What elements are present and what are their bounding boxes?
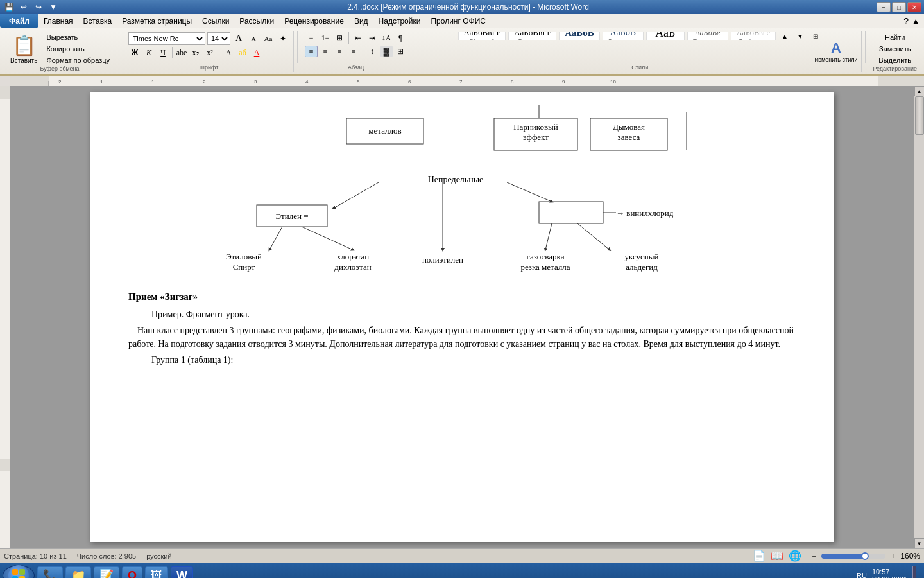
numbering-button[interactable]: 1≡ [319, 32, 332, 44]
increase-indent-button[interactable]: ⇥ [366, 32, 379, 44]
minimize-button[interactable]: − [877, 2, 891, 12]
show-desktop-button[interactable] [912, 566, 916, 578]
bold-button[interactable]: Ж [128, 47, 141, 58]
font-name-select[interactable]: Times New Rc [128, 32, 205, 45]
left-ruler [0, 86, 10, 548]
taskbar-opera[interactable]: O [122, 566, 142, 578]
copy-button[interactable]: Копировать [43, 44, 113, 54]
styles-list: АаБбВвГг Обычный АаБбВвГг Без инте... Аа… [458, 32, 822, 40]
window-controls[interactable]: − □ ✕ [877, 2, 921, 12]
find-button[interactable]: Найти [875, 32, 914, 42]
taskbar-viber[interactable]: 📞 [37, 566, 63, 578]
menu-insert[interactable]: Вставка [78, 14, 117, 28]
save-icon[interactable]: 💾 [3, 1, 15, 13]
editing-group: Найти Заменить Выделить Редактирование [869, 31, 921, 72]
redo-icon[interactable]: ↪ [32, 1, 45, 13]
align-center-button[interactable]: ≡ [319, 46, 332, 57]
underline-button[interactable]: Ч [157, 47, 169, 58]
scroll-up-button[interactable]: ▲ [914, 86, 925, 96]
styles-more[interactable]: ⊞ [809, 32, 822, 40]
italic-button[interactable]: К [142, 47, 155, 58]
styles-scroll-down[interactable]: ▼ [794, 32, 807, 40]
style-no-spacing[interactable]: АаБбВвГг Без инте... [508, 32, 556, 40]
menu-view[interactable]: Вид [349, 14, 373, 28]
cut-button[interactable]: Вырезать [43, 32, 113, 42]
taskbar-notepad[interactable]: 📝 [94, 566, 119, 578]
svg-text:6: 6 [408, 79, 411, 85]
menu-references[interactable]: Ссылки [197, 14, 234, 28]
taskbar-date: 22.06.2021 [872, 575, 907, 578]
zoom-out-icon[interactable]: − [812, 552, 816, 561]
zoom-in-icon[interactable]: + [891, 552, 895, 561]
show-marks-button[interactable]: ¶ [394, 32, 407, 44]
scroll-thumb[interactable] [915, 96, 924, 135]
svg-text:Этиловый: Этиловый [226, 252, 262, 261]
svg-line-34 [507, 182, 552, 202]
layout-web-icon[interactable]: 🌐 [789, 550, 801, 562]
change-styles-button[interactable]: A Изменить стили [814, 40, 857, 63]
align-right-button[interactable]: ≡ [333, 46, 346, 57]
menu-prooling[interactable]: Пролинг ОФИС [425, 14, 491, 28]
start-button[interactable] [3, 565, 35, 578]
font-shrink-button[interactable]: A [247, 33, 260, 44]
style-heading2[interactable]: АаБбВ Заголово... [603, 32, 644, 40]
taskbar-folder[interactable]: 📁 [65, 566, 91, 578]
minimize-ribbon-icon[interactable]: ▲ [911, 16, 920, 26]
strikethrough-button[interactable]: abe [175, 47, 188, 58]
help-icon[interactable]: ? [903, 16, 909, 26]
vertical-scrollbar[interactable]: ▲ ▼ [914, 86, 924, 548]
style-subtle[interactable]: АаБбВвГе Слабое в... [731, 32, 776, 40]
quick-access-toolbar[interactable]: 💾 ↩ ↪ ▼ [3, 1, 60, 13]
close-button[interactable]: ✕ [907, 2, 921, 12]
taskbar-language[interactable]: RU [857, 572, 867, 578]
zigzag-paragraph2: Группа 1 (таблица 1): [128, 353, 796, 367]
svg-rect-17 [0, 86, 10, 99]
font-color-button[interactable]: А [250, 47, 263, 58]
menu-review[interactable]: Рецензирование [279, 14, 349, 28]
text-effects-button[interactable]: A [222, 47, 235, 58]
paste-button[interactable]: 📋 Вставить [6, 33, 41, 66]
select-button[interactable]: Выделить [875, 55, 914, 66]
decrease-indent-button[interactable]: ⇤ [352, 32, 364, 44]
taskbar-word[interactable]: W [171, 566, 193, 578]
font-size-select[interactable]: 14 [207, 32, 230, 45]
sort-button[interactable]: ↕A [380, 32, 393, 44]
justify-button[interactable]: ≡ [347, 46, 360, 57]
text-highlight-button[interactable]: аб [236, 47, 249, 58]
bullets-button[interactable]: ≡ [305, 32, 318, 44]
change-case-button[interactable]: Aa [262, 33, 275, 44]
borders-button[interactable]: ⊞ [394, 46, 407, 57]
style-title[interactable]: АаБ Название [646, 32, 685, 40]
style-heading1[interactable]: АаБбВ Заголово... [559, 32, 600, 40]
menu-home[interactable]: Главная [38, 14, 78, 28]
svg-text:Дымовая: Дымовая [613, 122, 645, 132]
format-painter-button[interactable]: Формат по образцу [43, 55, 113, 66]
svg-text:резка металла: резка металла [520, 262, 570, 272]
layout-reading-icon[interactable]: 📖 [771, 550, 783, 562]
scroll-down-button[interactable]: ▼ [914, 538, 925, 548]
styles-scroll-up[interactable]: ▲ [778, 32, 791, 40]
maximize-button[interactable]: □ [892, 2, 906, 12]
scroll-track[interactable] [914, 96, 924, 538]
taskbar-photo[interactable]: 🖼 [145, 566, 168, 578]
customize-icon[interactable]: ▼ [47, 1, 60, 13]
undo-icon[interactable]: ↩ [17, 1, 30, 13]
replace-button[interactable]: Заменить [875, 44, 914, 54]
superscript-button[interactable]: x² [203, 47, 216, 58]
menu-page-layout[interactable]: Разметка страницы [117, 14, 197, 28]
font-grow-button[interactable]: A [232, 33, 245, 44]
line-spacing-button[interactable]: ↕ [366, 46, 379, 57]
style-normal[interactable]: АаБбВвГг Обычный [458, 32, 506, 40]
menu-addins[interactable]: Надстройки [373, 14, 426, 28]
align-left-button[interactable]: ≡ [305, 46, 318, 57]
shading-button[interactable]: ▓ [380, 46, 393, 57]
menu-file[interactable]: Файл [0, 14, 38, 28]
multilevel-button[interactable]: ⊞ [333, 32, 346, 44]
zigzag-title: Прием «Зигзаг» [128, 292, 796, 302]
layout-print-icon[interactable]: 📄 [753, 550, 766, 562]
zoom-slider[interactable] [821, 554, 886, 559]
menu-mailings[interactable]: Рассылки [234, 14, 279, 28]
style-subtitle[interactable]: АаБбВе Подзагол... [687, 32, 728, 40]
subscript-button[interactable]: x₂ [189, 47, 202, 58]
clear-format-button[interactable]: ✦ [277, 33, 289, 44]
